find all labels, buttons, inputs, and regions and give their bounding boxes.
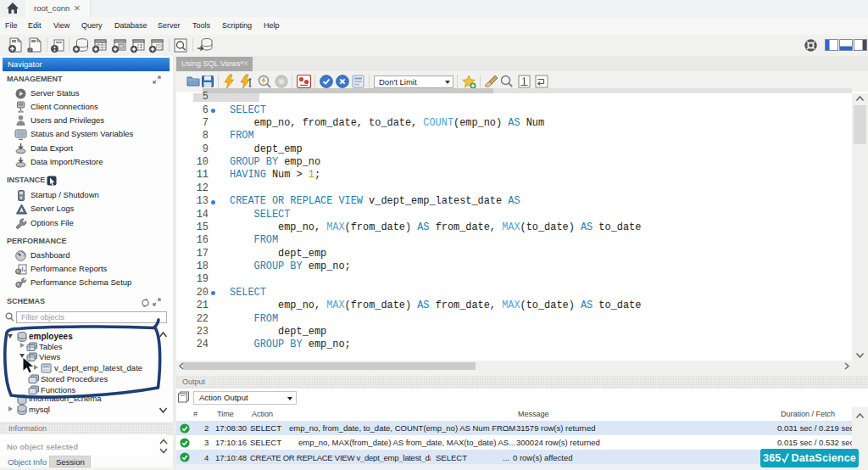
svg-text:{0}: {0} bbox=[156, 43, 164, 50]
